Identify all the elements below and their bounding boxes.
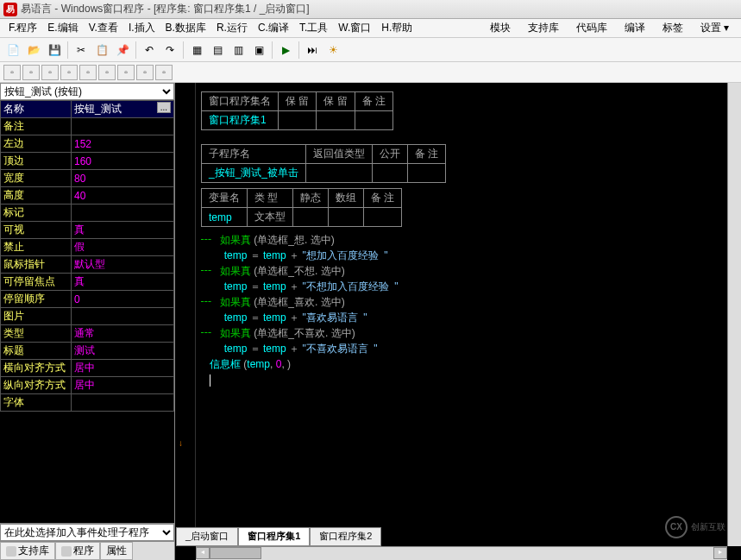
prop-key: 标题 bbox=[1, 343, 72, 360]
redo-icon[interactable]: ↷ bbox=[160, 41, 179, 60]
align-center-icon[interactable]: ▫ bbox=[22, 65, 40, 80]
tab-program[interactable]: 程序 bbox=[55, 542, 100, 560]
align-right-icon[interactable]: ▫ bbox=[41, 65, 59, 80]
prop-value[interactable]: 居中 bbox=[72, 360, 174, 377]
code-line[interactable]: temp ＝ temp ＋ "想加入百度经验 " bbox=[201, 248, 732, 263]
scroll-right-icon[interactable]: ▸ bbox=[713, 547, 727, 559]
prop-value[interactable]: 假 bbox=[72, 239, 174, 256]
prop-key: 可停留焦点 bbox=[1, 274, 72, 291]
menu-help[interactable]: H.帮助 bbox=[376, 19, 418, 37]
code-editor[interactable]: ↓ 窗口程序集名保 留保 留备 注窗口程序集1子程序名返回值类型公开备 注_按钮… bbox=[175, 83, 741, 560]
program-icon bbox=[61, 546, 72, 557]
prop-value[interactable]: 测试 bbox=[72, 343, 174, 360]
prop-value[interactable]: 80 bbox=[72, 170, 174, 187]
tab-support-lib[interactable]: 支持库 bbox=[0, 542, 55, 560]
prop-value[interactable] bbox=[72, 308, 174, 325]
property-panel: 按钮_测试 (按钮) 名称按钮_测试...备注左边152顶边160宽度80高度4… bbox=[0, 83, 175, 560]
layout4-icon[interactable]: ▣ bbox=[249, 41, 268, 60]
menu-view[interactable]: V.查看 bbox=[84, 19, 123, 37]
prop-key: 停留顺序 bbox=[1, 291, 72, 308]
code-line[interactable]: ┅ 如果真 (单选框_不喜欢. 选中) bbox=[201, 325, 732, 341]
prop-value[interactable] bbox=[72, 204, 174, 222]
align-bottom-icon[interactable]: ▫ bbox=[98, 65, 116, 80]
code-line[interactable]: temp ＝ temp ＋ "喜欢易语言 " bbox=[201, 310, 732, 325]
menu-insert[interactable]: I.插入 bbox=[123, 19, 160, 37]
debug-icon[interactable]: ☀ bbox=[323, 41, 342, 60]
step-icon[interactable]: ⏭ bbox=[303, 41, 322, 60]
prop-key: 可视 bbox=[1, 222, 72, 239]
menu-labels[interactable]: 标签 bbox=[654, 19, 692, 37]
copy-icon[interactable]: 📋 bbox=[92, 41, 111, 60]
code-line[interactable]: 信息框 (temp, 0, ) bbox=[201, 356, 732, 372]
prop-value[interactable]: 0 bbox=[72, 291, 174, 308]
menu-supportlib[interactable]: 支持库 bbox=[519, 19, 568, 37]
menu-compile[interactable]: C.编译 bbox=[253, 19, 294, 37]
code-line[interactable]: ┅ 如果真 (单选框_喜欢. 选中) bbox=[201, 294, 732, 310]
new-icon[interactable]: 📄 bbox=[3, 41, 22, 60]
menu-compile2[interactable]: 编译 bbox=[616, 19, 654, 37]
open-icon[interactable]: 📂 bbox=[24, 41, 43, 60]
menu-database[interactable]: B.数据库 bbox=[160, 19, 211, 37]
align-top-icon[interactable]: ▫ bbox=[60, 65, 78, 80]
run-icon[interactable]: ▶ bbox=[276, 41, 295, 60]
prop-value[interactable]: 152 bbox=[72, 135, 174, 153]
app-icon: 易 bbox=[3, 3, 17, 16]
code-line[interactable]: temp ＝ temp ＋ "不喜欢易语言 " bbox=[201, 341, 732, 356]
tab-procset1[interactable]: 窗口程序集1 bbox=[238, 527, 310, 546]
layout1-icon[interactable]: ▦ bbox=[187, 41, 206, 60]
scroll-thumb[interactable] bbox=[210, 547, 261, 559]
menu-settings[interactable]: 设置 ▾ bbox=[692, 19, 738, 37]
prop-value[interactable] bbox=[72, 118, 174, 135]
code-line[interactable]: ┅ 如果真 (单选框_不想. 选中) bbox=[201, 263, 732, 279]
prop-value[interactable]: 按钮_测试... bbox=[72, 101, 174, 118]
tab-procset2[interactable]: 窗口程序集2 bbox=[310, 527, 381, 546]
horizontal-scrollbar[interactable]: ◂ ▸ bbox=[196, 546, 727, 560]
scroll-left-icon[interactable]: ◂ bbox=[196, 547, 210, 559]
prop-value[interactable]: 真 bbox=[72, 274, 174, 291]
menu-edit[interactable]: E.编辑 bbox=[42, 19, 83, 37]
title-bar: 易 易语言 - Windows窗口程序 - [程序集: 窗口程序集1 / _启动… bbox=[0, 0, 741, 19]
prop-key: 类型 bbox=[1, 325, 72, 343]
layout3-icon[interactable]: ▥ bbox=[229, 41, 248, 60]
prop-value[interactable]: 40 bbox=[72, 187, 174, 204]
align-v-icon[interactable]: ▫ bbox=[136, 65, 154, 80]
menu-module[interactable]: 模块 bbox=[481, 19, 519, 37]
paste-icon[interactable]: 📌 bbox=[113, 41, 132, 60]
menu-run[interactable]: R.运行 bbox=[211, 19, 253, 37]
prop-value[interactable] bbox=[72, 394, 174, 412]
undo-icon[interactable]: ↶ bbox=[140, 41, 159, 60]
align-left-icon[interactable]: ▫ bbox=[3, 65, 21, 80]
align-h-icon[interactable]: ▫ bbox=[117, 65, 135, 80]
alignment-toolbar: ▫ ▫ ▫ ▫ ▫ ▫ ▫ ▫ ▫ bbox=[0, 62, 741, 83]
menu-window[interactable]: W.窗口 bbox=[333, 19, 376, 37]
align-middle-icon[interactable]: ▫ bbox=[79, 65, 97, 80]
prop-key: 禁止 bbox=[1, 239, 72, 256]
menu-tools[interactable]: T.工具 bbox=[294, 19, 333, 37]
edit-button[interactable]: ... bbox=[157, 102, 171, 113]
separator bbox=[272, 41, 273, 59]
prop-key: 备注 bbox=[1, 118, 72, 135]
book-icon bbox=[6, 546, 16, 557]
tab-startup-window[interactable]: _启动窗口 bbox=[176, 527, 238, 546]
prop-value[interactable]: 真 bbox=[72, 222, 174, 239]
menu-codelib[interactable]: 代码库 bbox=[568, 19, 616, 37]
cut-icon[interactable]: ✂ bbox=[72, 41, 91, 60]
prop-value[interactable]: 居中 bbox=[72, 377, 174, 394]
layout2-icon[interactable]: ▤ bbox=[208, 41, 227, 60]
gutter: ↓ bbox=[175, 83, 196, 543]
align-grid-icon[interactable]: ▫ bbox=[155, 65, 173, 80]
tab-properties[interactable]: 属性 bbox=[100, 542, 133, 560]
code-line[interactable]: temp ＝ temp ＋ "不想加入百度经验 " bbox=[201, 279, 732, 294]
event-handler-selector[interactable]: 在此处选择加入事件处理子程序 bbox=[0, 524, 174, 541]
save-icon[interactable]: 💾 bbox=[45, 41, 64, 60]
vertical-scrollbar[interactable] bbox=[727, 83, 741, 546]
code-line[interactable]: ┅ 如果真 (单选框_想. 选中) bbox=[201, 232, 732, 248]
prop-key: 高度 bbox=[1, 187, 72, 204]
window-title: 易语言 - Windows窗口程序 - [程序集: 窗口程序集1 / _启动窗口… bbox=[21, 2, 310, 16]
prop-value[interactable]: 160 bbox=[72, 153, 174, 170]
component-selector[interactable]: 按钮_测试 (按钮) bbox=[0, 83, 174, 100]
prop-value[interactable]: 通常 bbox=[72, 325, 174, 343]
prop-value[interactable]: 默认型 bbox=[72, 256, 174, 274]
menu-program[interactable]: F.程序 bbox=[3, 19, 42, 37]
watermark: CX 创新互联 bbox=[665, 515, 734, 539]
